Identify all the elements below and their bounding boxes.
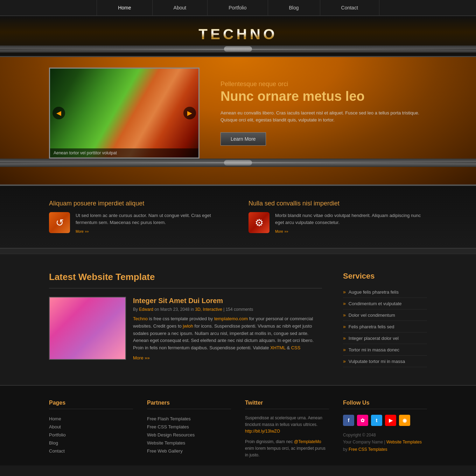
post-author[interactable]: Edward <box>139 307 153 312</box>
facebook-icon[interactable]: f <box>343 415 354 426</box>
feature-2-icon-inner: ⚙ <box>248 212 270 233</box>
post-link-techno[interactable]: Techno <box>133 316 148 321</box>
slide-next-button[interactable]: ▶ <box>183 107 196 119</box>
social-icons: f ✿ t ▶ ◉ <box>343 415 427 426</box>
twitter-icon[interactable]: t <box>371 415 382 426</box>
blog-section-title: Latest Website Template <box>49 272 322 282</box>
learn-more-button[interactable]: Learn More <box>220 132 266 146</box>
nav-contact[interactable]: Contact <box>320 0 379 15</box>
footer-page-home[interactable]: Home <box>49 415 133 423</box>
nav-home[interactable]: Home <box>97 0 152 15</box>
feature-2-more[interactable]: More »» <box>275 229 427 234</box>
slide-prev-button[interactable]: ◀ <box>52 107 65 119</box>
footer-twitter-link2[interactable]: @TemplateMo <box>294 439 321 444</box>
post-meta: By Edward on March 23, 2048 in 3D, Inter… <box>133 307 322 312</box>
flickr-icon[interactable]: ✿ <box>357 415 368 426</box>
footer-partners-title: Partners <box>147 400 231 409</box>
footer-partner-2[interactable]: Web Design Resources <box>147 431 231 439</box>
slide-abstract <box>50 69 198 158</box>
footer-fct-link[interactable]: Free CSS Templates <box>349 447 387 452</box>
service-arrow-4: » <box>343 335 346 341</box>
footer-partner-1[interactable]: Free CSS Templates <box>147 423 231 431</box>
feature-1: Aliquam posuere imperdiet aliquet ↺ Ut s… <box>49 200 227 234</box>
footer-page-portfolio[interactable]: Portfolio <box>49 431 133 439</box>
post-categories[interactable]: 3D, Interactive <box>195 307 222 312</box>
service-label-5: Tortor mi in massa donec <box>349 347 399 352</box>
services-title: Services <box>343 272 427 281</box>
header-bolt <box>224 46 252 52</box>
footer-pages: Pages Home About Portfolio Blog Contact <box>49 400 133 458</box>
slide-image: Aenean tortor vel porttitor volutpat <box>49 68 200 159</box>
main-nav: Home About Portfolio Blog Contact <box>0 0 476 16</box>
post-link-templatemo[interactable]: templatemo.com <box>214 316 248 321</box>
post-date: March 23, 2048 <box>160 307 189 312</box>
slide-caption: Aenean tortor vel porttitor volutpat <box>50 148 198 158</box>
feature-2-title: Nulla sed convallis nisl imperdiet <box>248 200 427 207</box>
feature-1-icon-inner: ↺ <box>49 212 70 233</box>
post-thumbnail <box>49 297 126 360</box>
nav-blog[interactable]: Blog <box>268 0 320 15</box>
service-item-1: » Condimentum et vulputate <box>343 298 427 309</box>
post-comments: 154 comments <box>226 307 253 312</box>
footer-follow-title: Follow Us <box>343 400 427 409</box>
service-arrow-6: » <box>343 358 346 364</box>
footer-twitter-text1: Suspendisse at scelerisque urna. Aenean … <box>245 415 329 435</box>
post-body: Techno is free css template provided by … <box>133 315 322 352</box>
footer-page-about[interactable]: About <box>49 423 133 431</box>
footer-twitter-title: Twitter <box>245 400 329 409</box>
hero-subtitle: Pellentesque neque orci <box>220 80 427 88</box>
hero-divider <box>0 159 476 167</box>
post-more[interactable]: More »» <box>133 355 322 360</box>
blog-post: Integer Sit Amet Dui Lorem By Edward on … <box>49 297 322 360</box>
service-arrow-0: » <box>343 289 346 295</box>
service-item-3: » Felis pharetra felis sed <box>343 321 427 332</box>
hero-description: Aenean eu convallis libero. Cras iaculis… <box>220 110 427 124</box>
feature-1-more[interactable]: More »» <box>76 229 227 234</box>
service-item-6: » Vulputate tortor mi in massa <box>343 356 427 367</box>
feature-1-title: Aliquam posuere imperdiet aliquet <box>49 200 227 207</box>
footer-follow: Follow Us f ✿ t ▶ ◉ Copyright © 2048 You… <box>343 400 427 458</box>
post-link-jwloh[interactable]: jwloh <box>183 323 193 329</box>
site-title: TECHNO <box>0 26 476 43</box>
hero-title: Nunc ornare metus leo <box>220 89 427 104</box>
footer-partner-3[interactable]: Website Templates <box>147 439 231 447</box>
footer-partners: Partners Free Flash Templates Free CSS T… <box>147 400 231 458</box>
features-section: Aliquam posuere imperdiet aliquet ↺ Ut s… <box>0 186 476 248</box>
footer-page-blog[interactable]: Blog <box>49 439 133 447</box>
services-list: » Augue felis pharetra felis » Condiment… <box>343 286 427 367</box>
post-content: Integer Sit Amet Dui Lorem By Edward on … <box>133 297 322 360</box>
service-item-0: » Augue felis pharetra felis <box>343 286 427 298</box>
footer-wt-link[interactable]: Website Templates <box>386 440 422 444</box>
services-sidebar: Services » Augue felis pharetra felis » … <box>343 272 427 368</box>
feature-2-text: Morbi blandit nunc vitae odio volutpat h… <box>275 212 427 226</box>
feature-2: Nulla sed convallis nisl imperdiet ⚙ Mor… <box>248 200 427 234</box>
section-divider <box>0 248 476 254</box>
nav-about[interactable]: About <box>153 0 208 15</box>
service-arrow-3: » <box>343 324 346 329</box>
header-divider <box>0 46 476 52</box>
footer-twitter-link1[interactable]: http://bit.ly/13IwZO <box>245 429 280 434</box>
service-label-6: Vulputate tortor mi in massa <box>349 359 405 364</box>
footer-copyright: Copyright © 2048 Your Company Name | Web… <box>343 432 427 453</box>
service-label-2: Dolor vel condimentum <box>349 313 395 318</box>
service-arrow-1: » <box>343 301 346 306</box>
footer-partner-4[interactable]: Free Web Gallery <box>147 447 231 455</box>
youtube-icon[interactable]: ▶ <box>385 415 396 426</box>
hero-bolt <box>224 160 252 166</box>
hero-section: Aenean tortor vel porttitor volutpat ◀ ▶… <box>0 57 476 186</box>
footer-twitter-text2: Proin dignissim, diam nec @TemplateMo en… <box>245 439 329 459</box>
slide-visual <box>50 69 198 158</box>
post-link-xhtml[interactable]: XHTML <box>270 345 286 350</box>
footer-partner-0[interactable]: Free Flash Templates <box>147 415 231 423</box>
site-header: TECHNO <box>0 16 476 57</box>
main-blog: Latest Website Template Integer Sit Amet… <box>49 272 322 368</box>
nav-portfolio[interactable]: Portfolio <box>208 0 268 15</box>
main-content: Latest Website Template Integer Sit Amet… <box>0 254 476 385</box>
feature-1-icon: ↺ <box>49 212 70 233</box>
footer-page-contact[interactable]: Contact <box>49 447 133 455</box>
post-link-css[interactable]: CSS <box>291 345 301 350</box>
service-arrow-5: » <box>343 347 346 352</box>
service-item-4: » Integer placerat dolor vel <box>343 332 427 344</box>
footer-pages-title: Pages <box>49 400 133 409</box>
rss-icon[interactable]: ◉ <box>399 415 410 426</box>
